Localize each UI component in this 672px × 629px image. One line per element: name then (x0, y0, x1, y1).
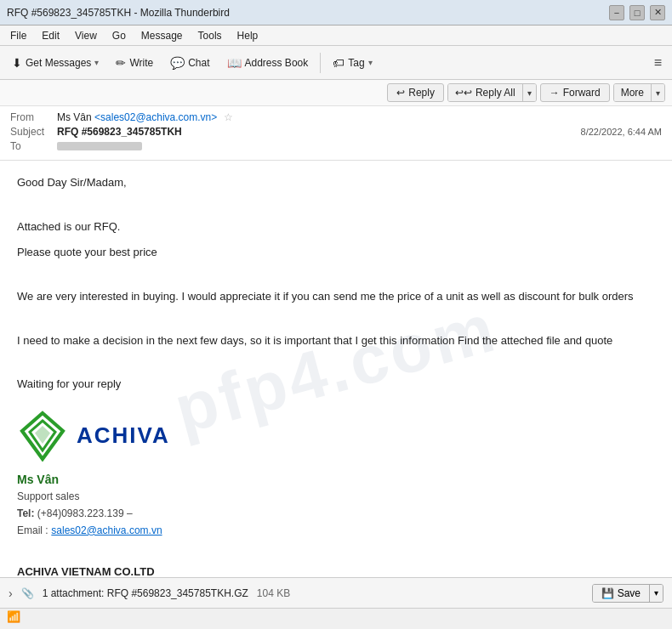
write-label: Write (129, 57, 153, 69)
save-label: Save (618, 587, 641, 599)
to-label: To (10, 140, 57, 152)
subject-row: Subject RFQ #569823_345785TKH 8/22/2022,… (10, 126, 662, 138)
menu-file[interactable]: File (3, 28, 33, 43)
email-date: 8/22/2022, 6:44 AM (581, 127, 662, 137)
subject-label: Subject (10, 126, 57, 138)
wifi-icon: 📶 (7, 610, 20, 623)
reply-icon: ↩ (396, 87, 405, 99)
to-row: To (10, 140, 662, 152)
minimize-button[interactable]: − (609, 5, 624, 20)
menubar: File Edit View Go Message Tools Help (0, 26, 672, 46)
reply-all-button[interactable]: ↩↩ Reply All (448, 84, 523, 101)
status-bar: 📶 (0, 608, 672, 625)
from-name: Ms Vân (57, 111, 92, 123)
sig-tel: Tel: (+84)0983.223.139 – (17, 506, 655, 522)
forward-label: Forward (563, 87, 601, 99)
attachment-size: 104 KB (257, 587, 290, 599)
forward-icon: → (550, 87, 560, 99)
tag-label: Tag (348, 57, 364, 69)
from-row: From Ms Vân <sales02@achiva.com.vn> ☆ (10, 111, 662, 123)
subject-value: RFQ #569823_345785TKH (57, 126, 581, 138)
save-dropdown[interactable]: ▾ (650, 585, 663, 602)
action-bar: ↩ Reply ↩↩ Reply All ▾ → Forward More ▾ (0, 80, 672, 106)
get-messages-label: Get Messages (26, 57, 91, 69)
body-line4: I need to make a decision in the next fe… (17, 332, 655, 350)
tag-arrow: ▾ (368, 58, 373, 67)
body-line1: Attached is our RFQ. (17, 218, 655, 236)
achiva-diamond-icon (17, 411, 68, 462)
star-icon[interactable]: ☆ (224, 111, 233, 123)
chat-icon: 💬 (170, 56, 185, 70)
sig-email-link[interactable]: sales02@achiva.com.vn (51, 524, 162, 536)
more-label: More (621, 87, 644, 99)
from-email[interactable]: <sales02@achiva.com.vn> (94, 111, 217, 123)
sig-email-row: Email : sales02@achiva.com.vn (17, 522, 655, 540)
titlebar: RFQ #569823_345785TKH - Mozilla Thunderb… (0, 0, 672, 26)
sig-role: Support sales (17, 489, 655, 505)
body-line2: Please quote your best price (17, 244, 655, 262)
address-book-label: Address Book (245, 57, 309, 69)
email-meta: From Ms Vân <sales02@achiva.com.vn> ☆ Su… (0, 106, 672, 160)
get-messages-arrow: ▾ (94, 58, 99, 67)
chat-button[interactable]: 💬 Chat (163, 53, 216, 73)
more-button[interactable]: More (614, 84, 652, 101)
toolbar-separator (320, 53, 321, 73)
sig-email-label: Email : (17, 524, 48, 536)
achiva-logo-text: ACHIVA (77, 418, 170, 454)
body-line5: Waiting for your reply (17, 376, 655, 394)
forward-button[interactable]: → Forward (540, 83, 610, 102)
save-split-button: 💾 Save ▾ (592, 584, 663, 603)
sig-company: ACHIVA VIETNAM CO.LTD (17, 564, 655, 577)
email-content: Good Day Sir/Madam, Attached is our RFQ.… (17, 174, 655, 577)
achiva-logo: ACHIVA (17, 411, 655, 462)
save-button[interactable]: 💾 Save (593, 585, 650, 602)
attachment-label: 1 attachment: RFQ #569823_345785TKH.GZ (43, 587, 248, 599)
from-label: From (10, 111, 57, 123)
bottom-bar: › 📎 1 attachment: RFQ #569823_345785TKH.… (0, 577, 672, 608)
from-value: Ms Vân <sales02@achiva.com.vn> ☆ (57, 111, 662, 123)
expand-icon[interactable]: › (9, 586, 13, 600)
toolbar-menu-button[interactable]: ≡ (649, 52, 667, 74)
more-split: More ▾ (613, 83, 665, 102)
to-redacted (57, 142, 142, 150)
paperclip-icon: 📎 (21, 587, 34, 599)
reply-all-label: Reply All (476, 87, 515, 99)
more-dropdown[interactable]: ▾ (652, 84, 664, 101)
menu-help[interactable]: Help (231, 28, 265, 43)
chat-label: Chat (188, 57, 209, 69)
tag-icon: 🏷 (333, 56, 345, 70)
write-button[interactable]: ✏ Write (109, 53, 160, 73)
close-button[interactable]: ✕ (650, 5, 665, 20)
menu-message[interactable]: Message (134, 28, 190, 43)
toolbar: ⬇ Get Messages ▾ ✏ Write 💬 Chat 📖 Addres… (0, 46, 672, 80)
reply-button[interactable]: ↩ Reply (387, 83, 444, 102)
window-title: RFQ #569823_345785TKH - Mozilla Thunderb… (7, 7, 230, 19)
menu-edit[interactable]: Edit (35, 28, 66, 43)
sig-name: Ms Vân (17, 470, 655, 489)
menu-view[interactable]: View (68, 28, 104, 43)
get-messages-icon: ⬇ (12, 56, 22, 70)
address-book-button[interactable]: 📖 Address Book (220, 53, 316, 73)
reply-label: Reply (408, 87, 435, 99)
reply-all-dropdown[interactable]: ▾ (523, 84, 536, 101)
tel-label: Tel: (17, 507, 34, 519)
reply-all-icon: ↩↩ (455, 87, 472, 99)
body-line3: We are very interested in buying. I woul… (17, 288, 655, 306)
maximize-button[interactable]: □ (629, 5, 645, 20)
greeting: Good Day Sir/Madam, (17, 174, 655, 192)
address-book-icon: 📖 (227, 56, 242, 70)
email-body: pfp4.com Good Day Sir/Madam, Attached is… (0, 161, 672, 577)
reply-all-split: ↩↩ Reply All ▾ (447, 83, 537, 102)
menu-tools[interactable]: Tools (191, 28, 229, 43)
write-icon: ✏ (116, 56, 126, 70)
menu-go[interactable]: Go (105, 28, 133, 43)
email-signature: ACHIVA Ms Vân Support sales Tel: (+84)09… (17, 411, 655, 577)
get-messages-button[interactable]: ⬇ Get Messages ▾ (5, 53, 105, 73)
email-header: ↩ Reply ↩↩ Reply All ▾ → Forward More ▾ … (0, 80, 672, 161)
save-disk-icon: 💾 (601, 587, 614, 599)
window-controls: − □ ✕ (609, 5, 665, 20)
tag-button[interactable]: 🏷 Tag ▾ (326, 53, 379, 73)
tel-value: (+84)0983.223.139 – (37, 507, 133, 519)
